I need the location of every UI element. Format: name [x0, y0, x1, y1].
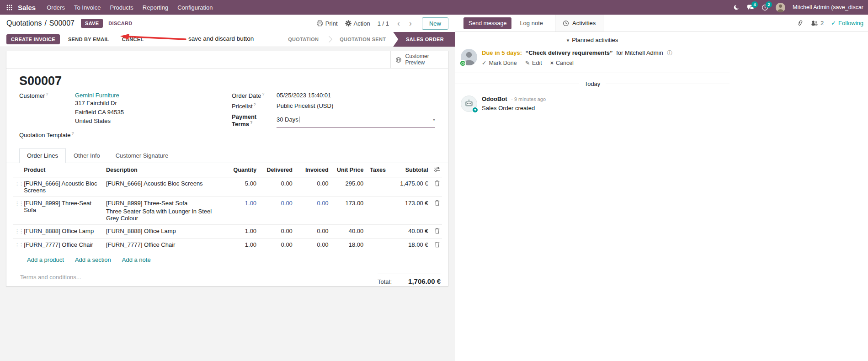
- cell-product[interactable]: [FURN_8999] Three-Seat Sofa: [22, 196, 104, 224]
- cell-taxes[interactable]: [365, 224, 385, 238]
- cell-quantity[interactable]: 1.00: [228, 224, 258, 238]
- planned-activities-header[interactable]: ▾Planned activities: [455, 37, 730, 43]
- edit-activity-button[interactable]: ✎Edit: [525, 59, 542, 66]
- tab-order-lines[interactable]: Order Lines: [19, 148, 66, 163]
- menu-to-invoice[interactable]: To Invoice: [69, 2, 106, 13]
- drag-handle-icon[interactable]: ⋮⋮: [15, 181, 23, 186]
- order-line-row[interactable]: ⋮⋮ [FURN_8888] Office Lamp [FURN_8888] O…: [13, 224, 442, 238]
- messages-icon[interactable]: 4: [747, 4, 754, 11]
- send-message-button[interactable]: Send message: [463, 17, 511, 29]
- cell-description[interactable]: [FURN_7777] Office Chair: [104, 238, 228, 252]
- delete-line-icon[interactable]: [434, 200, 440, 206]
- column-header-delivered[interactable]: Delivered: [258, 163, 294, 177]
- apps-menu-icon[interactable]: [6, 5, 12, 11]
- order-line-row[interactable]: ⋮⋮ [FURN_7777] Office Chair [FURN_7777] …: [13, 238, 442, 252]
- odoobot-avatar[interactable]: ♥: [461, 96, 477, 112]
- payment-terms-field[interactable]: 30 Days ▾: [277, 113, 435, 127]
- create-invoice-button[interactable]: CREATE INVOICE: [6, 34, 60, 44]
- cell-unit-price[interactable]: 40.00: [330, 224, 366, 238]
- column-header-subtotal[interactable]: Subtotal: [386, 163, 430, 177]
- dark-mode-icon[interactable]: [733, 4, 740, 11]
- info-icon[interactable]: ⓘ: [667, 50, 672, 56]
- order-line-row[interactable]: ⋮⋮ [FURN_6666] Acoustic Bloc Screens [FU…: [13, 177, 442, 196]
- cell-invoiced[interactable]: 0.00: [294, 177, 330, 196]
- followers-button[interactable]: 2: [811, 20, 824, 27]
- menu-reporting[interactable]: Reporting: [138, 2, 173, 13]
- drag-handle-icon[interactable]: ⋮⋮: [15, 201, 23, 206]
- cell-description[interactable]: [FURN_6666] Acoustic Bloc Screens: [104, 177, 228, 196]
- cell-invoiced[interactable]: 0.00: [294, 224, 330, 238]
- cell-quantity[interactable]: 1.00: [228, 196, 258, 224]
- message-author[interactable]: OdooBot: [482, 96, 507, 102]
- dropdown-caret-icon[interactable]: ▾: [433, 117, 435, 122]
- log-note-button[interactable]: Log note: [520, 20, 543, 27]
- pager-previous-icon[interactable]: ‹: [396, 19, 401, 27]
- tab-other-info[interactable]: Other Info: [66, 148, 108, 163]
- cell-taxes[interactable]: [365, 177, 385, 196]
- user-menu[interactable]: Mitchell Admin (save_discar: [793, 4, 863, 11]
- cell-invoiced[interactable]: 0.00: [294, 238, 330, 252]
- delete-line-icon[interactable]: [434, 180, 440, 186]
- delete-line-icon[interactable]: [434, 228, 440, 234]
- order-date-value[interactable]: 05/25/2023 15:40:01: [277, 92, 331, 99]
- add-a-product-link[interactable]: Add a product: [27, 256, 64, 263]
- cell-delivered[interactable]: 0.00: [258, 196, 294, 224]
- tab-activities[interactable]: Activities: [555, 15, 603, 32]
- column-header-product[interactable]: Product: [22, 163, 104, 177]
- following-button[interactable]: ✓ Following: [831, 20, 863, 27]
- add-a-note-link[interactable]: Add a note: [122, 256, 151, 263]
- print-button[interactable]: Print: [316, 20, 338, 27]
- pricelist-value[interactable]: Public Pricelist (USD): [277, 102, 333, 110]
- discard-button[interactable]: DISCARD: [108, 21, 132, 26]
- column-header-taxes[interactable]: Taxes: [365, 163, 385, 177]
- cell-description[interactable]: [FURN_8888] Office Lamp: [104, 224, 228, 238]
- cell-delivered[interactable]: 0.00: [258, 224, 294, 238]
- drag-handle-icon[interactable]: ⋮⋮: [15, 228, 23, 234]
- cell-delivered[interactable]: 0.00: [258, 238, 294, 252]
- column-header-quantity[interactable]: Quantity: [228, 163, 258, 177]
- order-line-row[interactable]: ⋮⋮ [FURN_8999] Three-Seat Sofa [FURN_899…: [13, 196, 442, 224]
- cell-invoiced[interactable]: 0.00: [294, 196, 330, 224]
- cell-unit-price[interactable]: 173.00: [330, 196, 366, 224]
- stage-sales-order[interactable]: SALES ORDER: [393, 32, 455, 47]
- cell-delivered[interactable]: 0.00: [258, 177, 294, 196]
- cell-description[interactable]: [FURN_8999] Three-Seat SofaThree Seater …: [104, 196, 228, 224]
- menu-configuration[interactable]: Configuration: [173, 2, 217, 13]
- delete-line-icon[interactable]: [434, 241, 440, 248]
- column-header-invoiced[interactable]: Invoiced: [294, 163, 330, 177]
- customer-field[interactable]: Gemini Furniture 317 Fairchild Dr Fairfi…: [75, 92, 124, 126]
- cell-unit-price[interactable]: 295.00: [330, 177, 366, 196]
- add-a-section-link[interactable]: Add a section: [75, 256, 111, 263]
- column-header-unit-price[interactable]: Unit Price: [330, 163, 366, 177]
- send-by-email-button[interactable]: SEND BY EMAIL: [64, 34, 114, 44]
- cell-taxes[interactable]: [365, 238, 385, 252]
- menu-orders[interactable]: Orders: [42, 2, 69, 13]
- activity-avatar[interactable]: [461, 49, 477, 65]
- app-name[interactable]: Sales: [18, 4, 36, 11]
- customer-link[interactable]: Gemini Furniture: [75, 92, 119, 99]
- menu-products[interactable]: Products: [105, 2, 138, 13]
- activities-icon[interactable]: 2: [761, 4, 768, 11]
- drag-handle-icon[interactable]: ⋮⋮: [15, 242, 23, 248]
- cell-product[interactable]: [FURN_7777] Office Chair: [22, 238, 104, 252]
- stage-quotation[interactable]: QUOTATION: [281, 32, 326, 47]
- column-header-description[interactable]: Description: [104, 163, 228, 177]
- cell-product[interactable]: [FURN_6666] Acoustic Bloc Screens: [22, 177, 104, 196]
- cell-product[interactable]: [FURN_8888] Office Lamp: [22, 224, 104, 238]
- optional-columns-icon[interactable]: [433, 166, 440, 172]
- breadcrumb-quotations[interactable]: Quotations: [6, 19, 42, 27]
- stage-quotation-sent[interactable]: QUOTATION SENT: [332, 32, 393, 47]
- paperclip-icon[interactable]: [797, 20, 804, 27]
- cancel-activity-button[interactable]: ×Cancel: [550, 59, 574, 66]
- cell-quantity[interactable]: 5.00: [228, 177, 258, 196]
- new-button[interactable]: New: [422, 17, 448, 30]
- customer-preview-button[interactable]: Customer Preview: [390, 51, 448, 68]
- cell-quantity[interactable]: 1.00: [228, 238, 258, 252]
- mark-done-button[interactable]: ✓Mark Done: [482, 59, 517, 66]
- cell-unit-price[interactable]: 18.00: [330, 238, 366, 252]
- action-button[interactable]: Action: [345, 20, 370, 27]
- cell-taxes[interactable]: [365, 196, 385, 224]
- tab-customer-signature[interactable]: Customer Signature: [108, 148, 176, 163]
- terms-placeholder[interactable]: Terms and conditions...: [20, 274, 81, 285]
- user-avatar[interactable]: [776, 3, 785, 12]
